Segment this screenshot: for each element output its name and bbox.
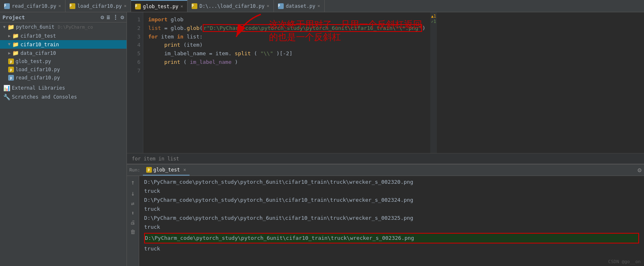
sidebar-path-pytorch6unit: D:\PyCharm_co (58, 25, 93, 30)
folder-icon-datacifar10: 📁 (12, 50, 19, 56)
sidebar-label-pytorch6unit: pytorch_6unit (16, 24, 54, 30)
arrow-datacifar10: ▶ (8, 51, 11, 55)
bottom-tab-glob-test[interactable]: p glob_test × (143, 165, 190, 176)
sidebar-item-pytorch6unit[interactable]: ▶ 📁 pytorch_6unit D:\PyCharm_co (0, 23, 127, 32)
console-icon-stop[interactable]: ⬆ (131, 210, 135, 216)
plain-paren: ( (199, 25, 203, 31)
sidebar-item-cifar10test[interactable]: ▶ 📁 cifar10_test (0, 32, 127, 40)
arrow-pytorch6unit: ▶ (2, 26, 7, 28)
bottom-sidebar: ↑ ↓ ⇄ ⬆ 🖨 🗑 (127, 176, 139, 266)
bottom-tab-bar: Run: p glob_test × ⚙ (127, 165, 644, 176)
sidebar-item-scratches[interactable]: 🔧 Scratches and Consoles (0, 92, 127, 101)
tab-label-load-cifar10: load_cifar10.py (77, 3, 122, 9)
tab-read-cifar10[interactable]: p read_cifar10.py × (0, 0, 66, 12)
tab-load-cifar10[interactable]: p load_cifar10.py × (66, 0, 131, 12)
icon-external-libs: 📊 (3, 85, 10, 91)
sidebar-item-globtest[interactable]: p glob_test.py (0, 57, 127, 65)
editor-top-row: 1 2 3 4 5 ⊟ 6 7 import (127, 12, 644, 153)
tab-dataset[interactable]: p dataset.py × (274, 0, 325, 12)
sidebar-label-datacifar10: data_cifar10 (20, 50, 56, 56)
project-label: Project (2, 14, 25, 20)
code-line-4: print (item) (148, 41, 425, 50)
editor-and-bottom: 1 2 3 4 5 ⊟ 6 7 import (127, 12, 644, 266)
project-header: Project ⚙ ≡ ⋮ ⚙ (0, 12, 127, 23)
code-lines[interactable]: import glob list = glob.glob(r"D:\PyChar… (143, 12, 430, 153)
sidebar-item-datacifar10[interactable]: ▶ 📁 data_cifar10 (0, 49, 127, 57)
console-line-0: D:\PyCharm_code\pytorch_study\pytorch_6u… (144, 178, 639, 187)
bottom-settings-icon[interactable]: ⚙ (637, 166, 642, 174)
tab-icon-load-cifar10-d: p (192, 3, 197, 9)
console-icon-up[interactable]: ↑ (131, 178, 135, 186)
watermark: CSDN @go__on (608, 259, 641, 264)
tab-label-read-cifar10: read_cifar10.py (12, 3, 56, 9)
console-line-4: D:\PyCharm_code\pytorch_study\pytorch_6u… (144, 214, 639, 223)
console-line-6-highlighted: D:\PyCharm_code\pytorch_study\pytorch_6u… (144, 233, 639, 243)
console-line-2: D:\PyCharm_code\pytorch_study\pytorch_6u… (144, 196, 639, 205)
console-icon-clear[interactable]: 🖨 (130, 219, 136, 225)
console-line-1: truck (144, 187, 639, 196)
fn-split: split (235, 50, 251, 56)
tab-close-load-cifar10[interactable]: × (124, 3, 127, 9)
main-area: Project ⚙ ≡ ⋮ ⚙ ▶ 📁 pytorch_6unit D:\PyC… (0, 12, 644, 266)
plain-indent4 (148, 42, 161, 48)
str-path: r"D:\PyCharm_code\pytorch_study\pytorch_… (203, 25, 421, 31)
editor-area: 1 2 3 4 5 ⊟ 6 7 import (127, 12, 644, 164)
folder-icon-cifar10train: 📁 (12, 41, 19, 47)
console-line-7: truck (144, 244, 639, 253)
console-icon-rerun[interactable]: ⇄ (131, 201, 135, 207)
sidebar-item-external-libs[interactable]: 📊 External Libraries (0, 83, 127, 92)
bottom-tab-label: glob_test (154, 167, 180, 173)
project-icon-4[interactable]: ⚙ (121, 14, 124, 20)
kw-list: list (148, 25, 161, 31)
plain-glob: glob (171, 16, 183, 23)
plain-indent5 (148, 50, 161, 56)
line-num-2: 2 (129, 24, 140, 33)
code-line-3: ⊟ for item in list: (148, 33, 425, 41)
right-gutter: ▲1 ✓1 (430, 12, 437, 153)
console-icon-down[interactable]: ↓ (131, 189, 135, 197)
tab-glob-test[interactable]: p glob_test.py × (131, 0, 188, 12)
plain-imlabel: im_label_name = item. (164, 50, 231, 56)
sidebar-label-scratches: Scratches and Consoles (12, 94, 77, 100)
console-output[interactable]: D:\PyCharm_code\pytorch_study\pytorch_6u… (139, 176, 644, 266)
kw-in: in (177, 34, 183, 40)
bottom-content: ↑ ↓ ⇄ ⬆ 🖨 🗑 D:\PyCharm_code\pytorch_stud… (127, 176, 644, 266)
sidebar-item-readcifar10[interactable]: p read_cifar10.py (0, 74, 127, 82)
sidebar-label-external-libs: External Libraries (12, 85, 65, 91)
project-icons: ⚙ ≡ ⋮ ⚙ (101, 14, 124, 20)
tab-close-glob-test[interactable]: × (181, 4, 183, 9)
fn-glob: glob (187, 25, 199, 31)
tab-close-load-cifar10-d[interactable]: × (267, 3, 269, 9)
plain-close: ) (422, 25, 425, 31)
sidebar: Project ⚙ ≡ ⋮ ⚙ ▶ 📁 pytorch_6unit D:\PyC… (0, 12, 127, 266)
project-icon-1[interactable]: ⚙ (101, 14, 104, 20)
code-line-5: im_label_name = item. split ( "\\" )[-2] (148, 50, 425, 58)
sidebar-item-cifar10train[interactable]: ▶ 📁 cifar10_train (0, 40, 127, 49)
sidebar-label-cifar10test: cifar10_test (20, 33, 56, 39)
line-num-1: 1 (129, 16, 140, 24)
line-num-3: 3 (129, 33, 140, 41)
tab-icon-glob-test: p (135, 4, 141, 9)
tab-load-cifar10-d[interactable]: p D:\...\load_cifar10.py × (188, 0, 274, 12)
sidebar-item-loadcifar10[interactable]: p load_cifar10.py (0, 65, 127, 74)
bottom-tab-icon: p (146, 167, 152, 173)
bottom-tab-close[interactable]: × (183, 167, 186, 173)
breadcrumb-text: for item in list (132, 156, 179, 162)
plain-eq: = glob. (164, 25, 187, 31)
console-icon-trash[interactable]: 🗑 (130, 229, 136, 235)
arrow-cifar10test: ▶ (8, 34, 11, 38)
tab-label-glob-test: glob_test.py (143, 4, 179, 9)
tab-close-read-cifar10[interactable]: × (58, 3, 61, 9)
tab-close-dataset[interactable]: × (317, 3, 320, 9)
plain-paren6b: ) (235, 59, 238, 65)
project-icon-2[interactable]: ≡ (106, 14, 110, 20)
tab-icon-load-cifar10: p (70, 3, 75, 9)
project-icon-3[interactable]: ⋮ (113, 14, 118, 20)
sidebar-label-cifar10train: cifar10_train (20, 42, 59, 47)
tab-icon-dataset: p (278, 3, 284, 9)
sidebar-label-readcifar10: read_cifar10.py (16, 75, 60, 81)
kw-import: import (148, 16, 167, 23)
plain-split-paren: ( (254, 50, 257, 56)
gutter-check: ✓1 (431, 19, 436, 24)
var-imlabel: im_label_name (190, 59, 232, 65)
